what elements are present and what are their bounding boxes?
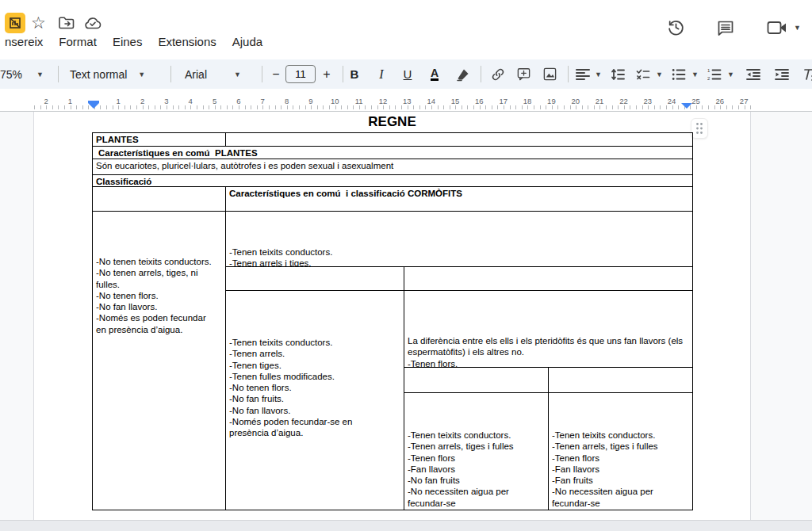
ruler-number: 24 <box>660 97 684 105</box>
font-size-input[interactable]: 11 <box>285 65 316 83</box>
cloud-saved-icon[interactable] <box>84 17 102 29</box>
menu-item[interactable]: Ajuda <box>224 33 270 50</box>
numbered-list-button[interactable]: 1 2 <box>704 63 725 85</box>
left-indent-marker[interactable] <box>88 101 99 109</box>
decrease-indent-button[interactable] <box>743 63 764 85</box>
ruler-ticks <box>34 105 756 109</box>
line-spacing-button[interactable] <box>607 63 628 85</box>
text-line: -Tenen tiges. <box>229 360 389 371</box>
text-line: -Fan llavors <box>552 464 689 475</box>
font-family-select[interactable]: Arial ▼ <box>185 63 241 85</box>
italic-button[interactable]: I <box>371 63 392 85</box>
menu-item[interactable]: Format <box>51 33 105 50</box>
text-line: -Només poden fecundar-se en presència d’… <box>229 416 389 439</box>
cell-plantes[interactable]: PLANTES <box>93 133 226 146</box>
ruler-number: 27 <box>732 97 756 105</box>
star-icon[interactable]: ☆ <box>31 13 46 32</box>
move-folder-icon[interactable] <box>59 17 75 29</box>
paragraph-style-select[interactable]: Text normal ▼ <box>70 63 145 85</box>
insert-link-button[interactable] <box>488 63 508 85</box>
cell-classificacio[interactable]: Classificació <box>93 175 692 186</box>
docs-badge-icon[interactable] <box>5 13 25 33</box>
underline-button[interactable]: U <box>397 63 418 85</box>
menu-bar: nsereixFormatEinesExtensionsAjuda <box>0 33 270 50</box>
ruler-number: 13 <box>395 97 419 105</box>
text-line: -Tenen arrels i tiges. <box>229 258 689 267</box>
text-line: -No fan fruits <box>408 475 545 486</box>
document-page[interactable]: REGNE PLANTES Noms grup: Maria Victoria … <box>33 112 751 520</box>
checklist-button[interactable] <box>633 63 653 85</box>
video-call-button[interactable]: ▼ <box>767 20 801 36</box>
bold-button[interactable]: B <box>344 63 365 85</box>
column-angiospermes: Característiques ANGIOSPERMES -Tenen tei… <box>549 368 692 510</box>
table-drag-handle-icon[interactable] <box>691 118 708 139</box>
column-gimnospermes: Característiques GIMNOSPERMES -Tenen tei… <box>404 368 549 510</box>
align-button[interactable] <box>573 63 593 85</box>
highlight-color-button[interactable] <box>453 63 473 85</box>
ruler-number: 12 <box>371 97 395 105</box>
cell-noms-grup[interactable]: Noms grup: Maria Victoria Aziza, Iu <box>226 133 692 146</box>
menu-item[interactable]: Extensions <box>150 33 224 50</box>
menu-item[interactable]: nsereix <box>0 33 51 50</box>
text-line: -No fan llavors. <box>96 301 217 312</box>
ruler-number: 2 <box>130 97 154 105</box>
insert-image-button[interactable] <box>539 63 560 85</box>
ruler-number: 18 <box>515 97 539 105</box>
ruler-number: 19 <box>539 97 563 105</box>
cell-angiospermes-body[interactable]: -Tenen teixits conductors.-Tenen arrels,… <box>549 393 692 510</box>
top-bar: ☆ nsereixFormatEinesExtensionsAjuda <box>0 0 812 59</box>
cell-espermatofits-body[interactable]: La diferència entre els ells i els pteri… <box>404 291 692 368</box>
ruler-numbers: 2112345678910111213141516171819202122232… <box>34 97 756 105</box>
cell-carac-comu-text[interactable]: Són eucariotes, pluricel·lulars, autòtro… <box>93 159 692 174</box>
cell-pteridofits-body[interactable]: -Tenen teixits conductors.-Tenen arrels.… <box>226 291 404 510</box>
cell-espermatofits-header[interactable]: Classificació i característiques pròpies… <box>404 267 692 291</box>
bulleted-list-button[interactable] <box>668 63 689 85</box>
column-pteridofits: Classificació i característiques PTERIDÒ… <box>226 267 404 510</box>
zoom-caret-icon: ▼ <box>36 71 44 78</box>
table-row: Classificació <box>93 175 692 187</box>
cell-gimnospermes-body[interactable]: -Tenen teixits conductors.-Tenen arrels,… <box>404 393 548 510</box>
cell-cormofits-body[interactable]: -Tenen teixits conductors.-Tenen arrels … <box>226 212 692 267</box>
cell-angiospermes-header[interactable]: Característiques ANGIOSPERMES <box>549 368 692 393</box>
zoom-select[interactable]: 75% ▼ <box>0 63 44 85</box>
ruler-number: 5 <box>202 97 226 105</box>
menu-item[interactable]: Eines <box>105 33 151 50</box>
toolbar-divider <box>481 66 481 82</box>
decrease-font-size-button[interactable]: − <box>266 63 285 85</box>
cell-carac-comu-header[interactable]: Característiques en comú PLANTES <box>93 147 692 159</box>
text-line: -No necessiten aigua per fecundar-se <box>408 486 545 509</box>
text-color-button[interactable]: A <box>424 63 445 85</box>
ruler-number: 23 <box>636 97 660 105</box>
bulleted-list-caret-icon[interactable]: ▼ <box>691 71 699 78</box>
ruler-number: 17 <box>492 97 515 105</box>
increase-indent-button[interactable] <box>772 63 792 85</box>
text-line: -Fan llavors <box>408 464 545 475</box>
text-line: -Tenen teixits conductors. <box>229 246 689 258</box>
text-line: -No fan fruits. <box>229 393 389 404</box>
column-espermatofits: Classificació i característiques pròpies… <box>404 267 692 510</box>
comments-icon[interactable] <box>716 18 735 37</box>
right-indent-marker[interactable] <box>681 103 692 109</box>
sub-row: Característiques GIMNOSPERMES -Tenen tei… <box>404 368 692 510</box>
horizontal-ruler: 2112345678910111213141516171819202122232… <box>0 95 812 112</box>
checklist-caret-icon[interactable]: ▼ <box>656 71 663 78</box>
clear-formatting-button[interactable] <box>800 63 812 85</box>
ruler-number: 2 <box>34 97 58 105</box>
version-history-icon[interactable] <box>666 17 686 37</box>
toolbar-divider <box>58 66 59 82</box>
numbered-list-caret-icon[interactable]: ▼ <box>727 71 734 78</box>
add-comment-button[interactable] <box>513 63 534 85</box>
top-right-actions: ▼ <box>666 17 801 37</box>
ruler-number: 7 <box>251 97 274 105</box>
cell-briofits-header[interactable]: Característiques BRIÒFITS <box>93 187 225 212</box>
text-line: La diferència entre els ells i els pteri… <box>408 335 689 358</box>
align-caret-icon[interactable]: ▼ <box>595 71 602 78</box>
text-line: -Tenen arrels. <box>229 348 389 359</box>
ruler-number: 9 <box>299 97 323 105</box>
cell-pteridofits-header[interactable]: Classificació i característiques PTERIDÒ… <box>226 267 404 291</box>
cell-cormofits-header[interactable]: Característiques en comú i classificació… <box>226 187 692 212</box>
increase-font-size-button[interactable]: + <box>317 63 336 85</box>
cell-briofits-body[interactable]: -No tenen teixits conductors.-No tenen a… <box>93 212 225 510</box>
video-call-caret-icon[interactable]: ▼ <box>794 24 801 32</box>
cell-gimnospermes-header[interactable]: Característiques GIMNOSPERMES <box>404 368 548 393</box>
